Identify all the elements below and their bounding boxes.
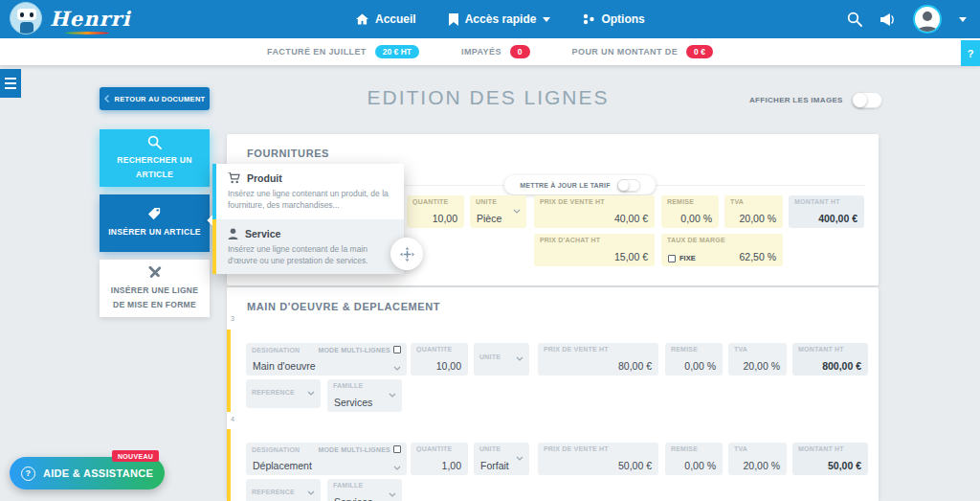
status-badge[interactable]: 20 € HT xyxy=(375,45,419,58)
field-value: 62,50 % xyxy=(739,251,776,262)
quantite-field[interactable]: QUANTITE 1,00 xyxy=(411,443,468,475)
prix-vente-field[interactable]: PRIX DE VENTE HT 40,00 € xyxy=(534,195,655,228)
prix-vente-field[interactable]: PRIX DE VENTE HT 80,00 € xyxy=(538,343,658,376)
field-value: 50,00 € xyxy=(618,460,652,471)
multi-lignes-checkbox[interactable] xyxy=(393,445,401,453)
search-icon xyxy=(147,135,162,149)
page-title: EDITION DES LIGNES xyxy=(287,86,689,109)
popup-item-produit[interactable]: Produit Insérez une ligne contenant un p… xyxy=(212,164,404,219)
show-images-toggle[interactable] xyxy=(852,92,882,108)
popup-item-desc: Insérez une ligne contenant de la main d… xyxy=(228,243,394,267)
field-label: MONTANT HT xyxy=(798,346,862,353)
famille-select[interactable]: FAMILLE Services xyxy=(327,479,402,501)
unite-select[interactable]: UNITE Forfait xyxy=(474,443,529,475)
account-menu-caret[interactable] xyxy=(959,17,967,22)
back-button-label: RETOUR AU DOCUMENT xyxy=(115,95,206,103)
field-value: 20,00 % xyxy=(743,460,780,471)
designation-field[interactable]: DESIGNATION MODE MULTI-LIGNES Déplacemen… xyxy=(246,443,407,475)
field-value: 0,00 % xyxy=(684,460,716,471)
status-badge[interactable]: 0 xyxy=(510,45,530,58)
field-label: PRIX D'ACHAT HT xyxy=(540,237,649,243)
status-badge[interactable]: 0 € xyxy=(686,45,713,58)
chevron-down-icon xyxy=(393,366,401,371)
multi-lignes-label: MODE MULTI-LIGNES xyxy=(318,347,390,353)
nav-item-accueil[interactable]: Accueil xyxy=(356,12,416,26)
montant-ht-field: MONTANT HT 50,00 € xyxy=(792,443,868,475)
update-tarif-control[interactable]: METTRE À JOUR LE TARIF xyxy=(504,175,656,194)
chevron-left-icon xyxy=(104,95,109,102)
stat-montant: POUR UN MONTANT DE 0 € xyxy=(572,45,713,58)
nav-item-acces-rapide[interactable]: Accès rapide xyxy=(449,12,551,26)
nav-item-options[interactable]: Options xyxy=(583,12,644,26)
reference-select[interactable]: REFERENCE xyxy=(246,379,321,408)
remise-field[interactable]: REMISE 0,00 % xyxy=(665,443,723,475)
chevron-down-icon xyxy=(307,391,315,396)
section-title: FOURNITURES xyxy=(247,148,329,159)
designation-field[interactable]: DESIGNATION MODE MULTI-LIGNES Main d'oeu… xyxy=(246,343,407,376)
chevron-down-icon xyxy=(513,209,521,214)
top-navigation-bar: Henrri Accueil Accès rapide Options xyxy=(0,0,980,38)
tva-field[interactable]: TVA 20,00 % xyxy=(724,195,783,228)
sidebar-item-ligne-mise-en-forme[interactable]: INSÉRER UNE LIGNE DE MISE EN FORME xyxy=(100,260,210,317)
tva-field[interactable]: TVA 20,00 % xyxy=(728,443,787,475)
billing-status-bar: FACTURÉ EN JUILLET 20 € HT IMPAYÉS 0 POU… xyxy=(0,38,980,65)
field-label: REFERENCE xyxy=(252,489,315,495)
field-value: Main d'oeuvre xyxy=(253,360,316,372)
tva-field[interactable]: TVA 20,00 % xyxy=(728,343,787,376)
menu-toggle-button[interactable] xyxy=(0,69,21,98)
field-label: PRIX DE VENTE HT xyxy=(544,445,653,452)
field-value: Déplacement xyxy=(253,460,312,471)
field-value: 20,00 % xyxy=(739,213,776,224)
chevron-down-icon xyxy=(307,490,315,495)
search-icon[interactable] xyxy=(847,11,862,27)
henrri-logo[interactable]: Henrri xyxy=(10,2,131,34)
remise-field[interactable]: REMISE 0,00 % xyxy=(665,343,723,376)
taux-marge-field[interactable]: TAUX DE MARGE FIXE 62,50 % xyxy=(661,234,783,266)
megaphone-icon[interactable] xyxy=(880,12,896,27)
unite-select[interactable]: UNITE Pièce xyxy=(470,195,526,228)
update-tarif-toggle[interactable] xyxy=(617,179,640,192)
popup-item-service[interactable]: Service Insérez une ligne contenant de l… xyxy=(212,219,404,275)
field-value: 400,00 € xyxy=(818,213,858,224)
remise-field[interactable]: REMISE 0,00 % xyxy=(661,195,719,228)
sidebar-item-label: INSÉRER UNE LIGNE DE MISE EN FORME xyxy=(105,284,204,311)
chevron-down-icon xyxy=(393,466,401,470)
topbar-actions xyxy=(847,0,967,38)
field-label: DESIGNATION xyxy=(252,347,300,353)
multi-lignes-label: MODE MULTI-LIGNES xyxy=(318,446,390,453)
field-value: 0,00 % xyxy=(684,360,716,372)
quantite-field[interactable]: QUANTITE 10,00 xyxy=(407,195,464,228)
stat-facture: FACTURÉ EN JUILLET 20 € HT xyxy=(267,45,419,58)
fixe-checkbox[interactable] xyxy=(668,255,676,262)
help-button[interactable]: ? xyxy=(961,40,980,66)
update-tarif-label: METTRE À JOUR LE TARIF xyxy=(520,182,611,189)
field-label: QUANTITE xyxy=(416,346,462,353)
reference-select[interactable]: REFERENCE xyxy=(246,479,321,501)
drag-handle-button[interactable] xyxy=(390,238,423,270)
sidebar-item-inserer-article[interactable]: INSÉRER UN ARTICLE xyxy=(100,194,210,252)
field-value: 20,00 % xyxy=(743,360,780,372)
back-to-document-button[interactable]: RETOUR AU DOCUMENT xyxy=(100,87,210,110)
prix-vente-field[interactable]: PRIX DE VENTE HT 50,00 € xyxy=(538,443,658,475)
prix-achat-field[interactable]: PRIX D'ACHAT HT 15,00 € xyxy=(534,234,655,266)
sidebar-item-rechercher-article[interactable]: RECHERCHER UN ARTICLE xyxy=(100,129,210,187)
field-value: 1,00 xyxy=(442,460,461,471)
aide-assistance-button[interactable]: ? AIDE & ASSISTANCE xyxy=(10,457,165,490)
quantite-field[interactable]: QUANTITE 10,00 xyxy=(411,343,468,376)
field-label: TVA xyxy=(734,445,781,452)
unite-select[interactable]: UNITE xyxy=(474,343,529,376)
multi-lignes-checkbox[interactable] xyxy=(393,346,401,353)
cart-icon xyxy=(228,172,240,184)
main-oeuvre-section: MAIN D'OEUVRE & DEPLACEMENT 3 DESIGNATIO… xyxy=(227,287,879,501)
main-nav: Accueil Accès rapide Options xyxy=(356,0,645,38)
app-window: Henrri Accueil Accès rapide Options xyxy=(0,0,980,501)
fixe-checkbox-group[interactable]: FIXE xyxy=(668,254,696,262)
montant-ht-field: MONTANT HT 400,00 € xyxy=(789,195,864,228)
famille-select[interactable]: FAMILLE Services xyxy=(327,379,402,412)
popup-item-title: Produit xyxy=(247,172,282,184)
field-value: 80,00 € xyxy=(618,360,652,372)
user-avatar[interactable] xyxy=(913,5,942,34)
robot-mascot-icon xyxy=(10,2,42,34)
chevron-down-icon xyxy=(516,456,523,461)
chevron-down-icon xyxy=(543,17,550,22)
